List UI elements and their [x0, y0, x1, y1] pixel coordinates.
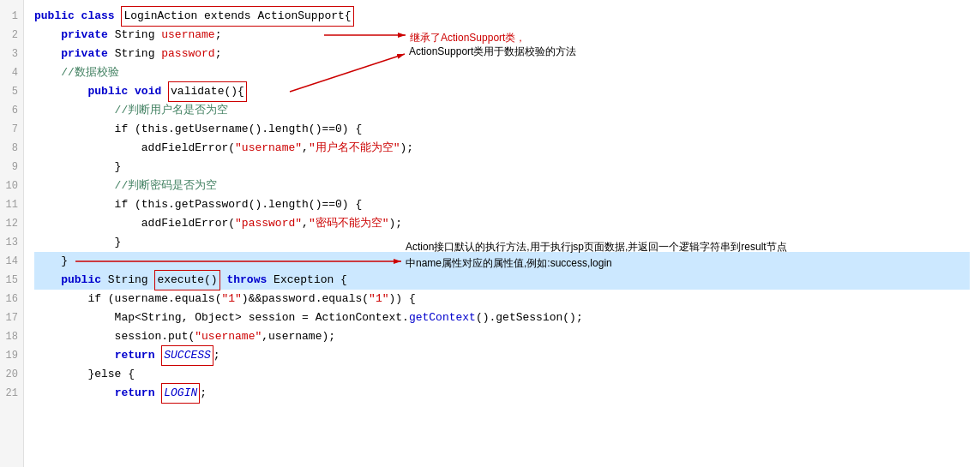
- code-line-15: public String execute() throws Exception…: [34, 271, 970, 290]
- code-line-10: //判断密码是否为空: [34, 177, 970, 195]
- code-line-7: if (this.getUsername().length()==0) {: [34, 120, 970, 139]
- code-line-3: private String password;: [34, 45, 970, 63]
- line-numbers: 123456789101112131415161718192021: [0, 0, 24, 467]
- code-line-13: }: [34, 233, 970, 252]
- code-line-16: if (username.equals("1")&&password.equal…: [34, 290, 970, 308]
- code-line-6: //判断用户名是否为空: [34, 101, 970, 120]
- code-line-4: //数据校验: [34, 63, 970, 82]
- code-line-19: return SUCCESS;: [34, 346, 970, 365]
- code-line-14: }: [34, 252, 970, 271]
- code-editor: 123456789101112131415161718192021 public…: [0, 0, 980, 467]
- code-line-21: return LOGIN;: [34, 384, 970, 403]
- code-line-1: public class LoginAction extends ActionS…: [34, 7, 970, 26]
- code-line-8: addFieldError("username","用户名不能为空");: [34, 139, 970, 158]
- code-content: public class LoginAction extends ActionS…: [24, 0, 980, 467]
- code-line-17: Map<String, Object> session = ActionCont…: [34, 308, 970, 327]
- code-line-2: private String username;: [34, 26, 970, 45]
- code-line-11: if (this.getPassword().length()==0) {: [34, 195, 970, 214]
- code-line-18: session.put("username",username);: [34, 327, 970, 346]
- code-line-9: }: [34, 158, 970, 177]
- code-line-20: }else {: [34, 365, 970, 384]
- code-line-12: addFieldError("password","密码不能为空");: [34, 214, 970, 233]
- code-line-5: public void validate(){: [34, 82, 970, 101]
